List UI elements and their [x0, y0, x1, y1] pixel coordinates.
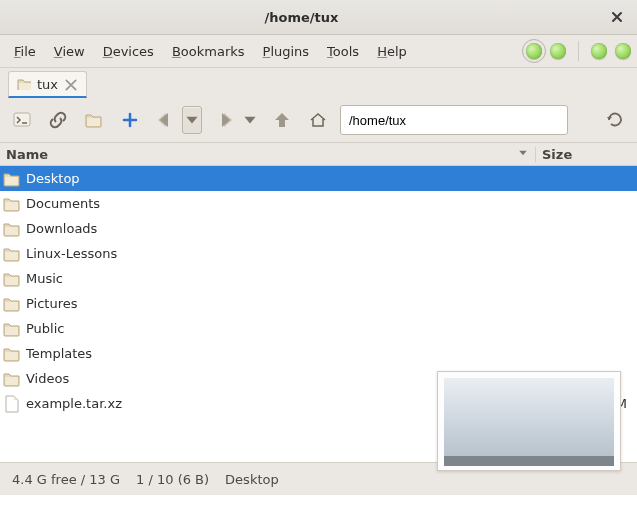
tabbar: tux	[0, 68, 637, 98]
folder-icon	[17, 76, 31, 93]
folder-icon	[2, 344, 22, 364]
file-name: Pictures	[24, 296, 532, 311]
menu-devices[interactable]: Devices	[95, 41, 162, 62]
menu-help[interactable]: Help	[369, 41, 415, 62]
column-headers: Name Size	[0, 143, 637, 166]
folder-icon	[2, 269, 22, 289]
window-title: /home/tux	[0, 10, 603, 25]
status-dot-3[interactable]	[591, 43, 607, 59]
column-size-header[interactable]: Size	[535, 147, 637, 162]
menu-tools[interactable]: Tools	[319, 41, 367, 62]
titlebar: /home/tux	[0, 0, 637, 35]
folder-icon	[2, 244, 22, 264]
status-dot-4[interactable]	[615, 43, 631, 59]
status-indicators	[526, 41, 631, 61]
path-entry	[340, 105, 550, 135]
tab-active[interactable]: tux	[8, 71, 87, 98]
status-target: Desktop	[225, 472, 279, 487]
refresh-button[interactable]	[601, 106, 629, 134]
tab-label: tux	[37, 77, 58, 92]
up-button[interactable]	[268, 106, 296, 134]
home-button[interactable]	[304, 106, 332, 134]
file-row[interactable]: Public	[0, 316, 637, 341]
file-row[interactable]: Downloads	[0, 216, 637, 241]
preview-thumbnail[interactable]	[437, 371, 621, 471]
file-name: Templates	[24, 346, 532, 361]
forward-history-dropdown[interactable]	[240, 106, 260, 134]
file-name: Music	[24, 271, 532, 286]
file-row[interactable]: Documents	[0, 191, 637, 216]
folder-icon	[2, 294, 22, 314]
new-tab-button[interactable]	[116, 106, 144, 134]
folder-icon	[2, 219, 22, 239]
thumbnail-image	[444, 378, 614, 456]
new-folder-button[interactable]	[80, 106, 108, 134]
window-close-button[interactable]	[603, 3, 631, 31]
toolbar	[0, 98, 637, 143]
file-icon	[2, 394, 22, 414]
back-history-dropdown[interactable]	[182, 106, 202, 134]
menu-view[interactable]: View	[46, 41, 93, 62]
column-name-label: Name	[6, 147, 48, 162]
file-name: Desktop	[24, 171, 532, 186]
file-row[interactable]: Templates	[0, 341, 637, 366]
file-name: Documents	[24, 196, 532, 211]
open-terminal-button[interactable]	[8, 106, 36, 134]
status-dot-1[interactable]	[526, 43, 542, 59]
forward-button[interactable]	[210, 106, 238, 134]
column-size-label: Size	[542, 147, 572, 162]
folder-icon	[2, 369, 22, 389]
file-row[interactable]: Music	[0, 266, 637, 291]
status-selection: 1 / 10 (6 B)	[136, 472, 209, 487]
status-dot-2[interactable]	[550, 43, 566, 59]
separator	[578, 41, 579, 61]
path-input[interactable]	[340, 105, 568, 135]
menu-file[interactable]: File	[6, 41, 44, 62]
file-row[interactable]: Pictures	[0, 291, 637, 316]
file-row[interactable]: Linux-Lessons	[0, 241, 637, 266]
menubar: File View Devices Bookmarks Plugins Tool…	[0, 35, 637, 68]
menu-bookmarks[interactable]: Bookmarks	[164, 41, 253, 62]
file-row[interactable]: Desktop	[0, 166, 637, 191]
link-button[interactable]	[44, 106, 72, 134]
tab-close-button[interactable]	[64, 78, 78, 92]
folder-icon	[2, 194, 22, 214]
folder-icon	[2, 169, 22, 189]
folder-icon	[2, 319, 22, 339]
file-name: Linux-Lessons	[24, 246, 532, 261]
sort-indicator-icon	[517, 147, 529, 162]
thumbnail-caption-bar	[444, 456, 614, 466]
column-name-header[interactable]: Name	[0, 147, 535, 162]
menu-plugins[interactable]: Plugins	[255, 41, 318, 62]
close-icon	[611, 11, 623, 23]
status-disk: 4.4 G free / 13 G	[12, 472, 120, 487]
back-button[interactable]	[152, 106, 180, 134]
file-name: Downloads	[24, 221, 532, 236]
file-name: Public	[24, 321, 532, 336]
